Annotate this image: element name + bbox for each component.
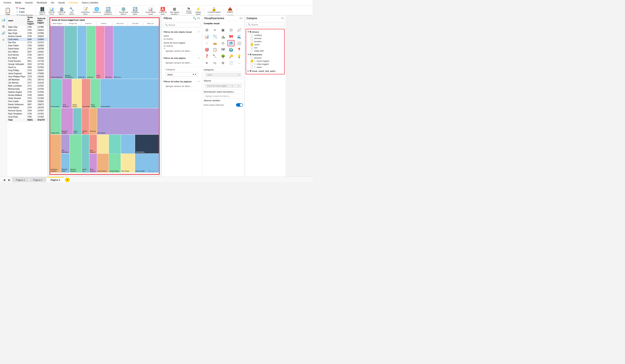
categoria-field-tag[interactable]: name ✕ [205, 73, 241, 77]
treemap-block[interactable]: Ryan Temp... [91, 79, 100, 108]
viz-paginated-icon[interactable]: 📄 [227, 60, 234, 66]
table-row[interactable]: Mark Lochbihler 2771 137922 [7, 84, 47, 88]
viz-map-icon[interactable]: 🗺 [219, 47, 226, 53]
campos-checkbox-name[interactable]: ✓ [251, 43, 253, 46]
viz-line-icon[interactable]: 📉 [211, 33, 219, 40]
table-row[interactable]: Greg Phillips 2723 138407 [7, 69, 47, 72]
treemap-block[interactable]: Eric Mizell [97, 108, 159, 134]
viz-r-icon[interactable]: R [203, 60, 210, 66]
viz-card-icon[interactable]: ▣ [219, 27, 226, 33]
treemap-area[interactable]: Jamie Engess...George Vet...Frank Ro...A… [50, 22, 159, 173]
menu-archivo[interactable]: Archivo [1, 0, 13, 5]
viz-slicer-icon[interactable]: 🔪 [211, 53, 219, 60]
table-row[interactable]: Dave Patton 2750 136993 [7, 44, 47, 47]
report-view-icon[interactable]: 📊 [1, 17, 6, 22]
table-row[interactable]: Randy Gelhausen 2697 136673 [7, 103, 47, 106]
table-row[interactable]: Eric Mizell 2701 135992 [7, 57, 47, 60]
table-row[interactable]: David Kaiser 2745 138788 [7, 47, 47, 50]
filter-add-page-btn[interactable]: Agregar campos de datos ... [164, 61, 200, 65]
treemap-block[interactable]: Goldhara Saldahe [50, 135, 61, 173]
table-row[interactable]: Grant Liu 2654 137834 [7, 66, 47, 69]
viz-gauge-icon[interactable]: 🎯 [203, 47, 210, 53]
viz-py-icon[interactable]: Py [211, 60, 219, 66]
menu-ayuda[interactable]: Ayuda [56, 0, 67, 5]
treemap-block[interactable]: Tom McCuch [62, 79, 72, 108]
treemap-block[interactable]: Teddy Choi [50, 108, 61, 134]
nuevo-visual-button[interactable]: 📊 Nuevo objetovisual [144, 7, 157, 16]
treemap-block[interactable]: Adis Cesir [96, 26, 105, 79]
treemap-block[interactable]: Dan Rice [105, 26, 113, 79]
viz-donut-icon[interactable]: ⊙ [219, 40, 226, 46]
table-view-icon[interactable]: ⊞ [1, 24, 5, 29]
treemap-block[interactable]: Rommel... [89, 108, 97, 134]
table-row[interactable]: Jamie Engesser 3642 179300 [7, 72, 47, 75]
treemap-block[interactable]: Emil Siemes [89, 153, 97, 173]
valores-remove-icon[interactable]: ✕ [238, 85, 240, 87]
treemap-block[interactable]: Nicolas Maillard [70, 135, 82, 173]
filters-search-box[interactable]: 🔍 [163, 23, 200, 27]
cut-button[interactable]: ✂️Cortar [15, 7, 34, 10]
filter-add-all-btn[interactable]: Agregar campos de datos ... [164, 84, 200, 89]
viz-matrix-icon[interactable]: ≡ [211, 27, 219, 33]
filter-visual-icon[interactable]: ▽ [149, 170, 151, 173]
table-row[interactable]: Scott Shaw 2760 137464 [7, 115, 47, 119]
sql-button[interactable]: 🔧 SQLServer [67, 7, 76, 16]
viz-more-icon[interactable]: ··· [236, 60, 243, 66]
treemap-block[interactable]: Dave Patton [97, 153, 109, 173]
viz-multicard-icon[interactable]: ⊡ [227, 27, 234, 33]
treemap-block[interactable]: Frank Ro... [77, 26, 87, 79]
treemap-block[interactable]: Olivier R... [82, 108, 89, 134]
page-tab-2[interactable]: Página 2 [29, 177, 46, 182]
more-visual-icon[interactable]: ··· [156, 170, 158, 173]
mas-visuales-button[interactable]: ⊞ Más objetosvisuales ▾ [169, 7, 181, 16]
cuadro-texto-button[interactable]: 🅰️ Cuadro detexto [157, 7, 168, 16]
campos-item-certified[interactable]: certified [246, 34, 284, 37]
centro-datos-button[interactable]: 🏛️ Centro dedatos ▾ [57, 7, 67, 16]
viz-area-icon[interactable]: ⛰️ [219, 33, 226, 40]
viz-filled-map-icon[interactable]: 🌍 [227, 47, 234, 53]
table-row[interactable]: Don Hilborn 2647 134461 [7, 50, 47, 54]
campos-checkbox-driverId[interactable] [251, 37, 253, 39]
filter-page-dots[interactable]: ⋯ [197, 57, 200, 60]
especificar-button[interactable]: 📝 Especificardatos [80, 7, 91, 16]
viz-table-icon[interactable]: ⊞ [203, 27, 210, 33]
paste-button[interactable]: 📋 Pegar [3, 7, 12, 16]
viz-bar-icon[interactable]: 📊 [203, 33, 210, 40]
table-row[interactable]: Chris Harris 2644 134564 [7, 38, 47, 41]
table-row[interactable]: George Vetticaden 3232 147150 [7, 63, 47, 66]
campos-checkbox-miles-logged[interactable] [251, 63, 253, 65]
table-row[interactable]: Rohit Bakshi 2734 136750 [7, 106, 47, 109]
menu-ver[interactable]: Ver [49, 0, 56, 5]
viz-custom-icon[interactable]: ⊕ [219, 60, 226, 66]
campos-item-wage-plan[interactable]: wage-plan [246, 49, 284, 52]
table-row[interactable]: Jean-Philippe Playe 2723 139180 [7, 75, 47, 78]
origenes-button[interactable]: 🔄 Orígenesrecientes ▾ [103, 7, 113, 16]
campos-expand-icon[interactable]: >> [281, 17, 284, 20]
campos-item-week[interactable]: Σweek [246, 66, 284, 69]
table-row[interactable]: Dan Rice 2773 137473 [7, 41, 47, 44]
treemap-block[interactable]: Don Hilborn [89, 135, 97, 154]
table-row[interactable]: Andrew Grande 2795 138025 [7, 35, 47, 38]
campos-checkbox-wage-plan[interactable] [251, 50, 253, 52]
nueva-medida-button[interactable]: fx Nuevamedida [185, 7, 193, 15]
viz-scatter-icon[interactable]: ⁘ [203, 40, 210, 46]
viz-qna-icon[interactable]: ❓ [203, 53, 210, 60]
viz-pie-icon[interactable]: 🥧 [211, 40, 219, 46]
table-row[interactable]: Michael Aube 2730 137530 [7, 88, 47, 91]
viz-decomp-icon[interactable]: 🌳 [219, 53, 226, 60]
viz-kpi-icon[interactable]: 📈 [236, 27, 243, 33]
table-row[interactable]: Adis Cesir 2781 136624 [7, 29, 47, 32]
filter-category-value[interactable]: name ▾ ✕ [165, 72, 198, 77]
add-page-button[interactable]: + [65, 178, 70, 182]
dataverse-button[interactable]: 🌐 Dataverse [92, 7, 102, 14]
treemap-block[interactable]: George Vetticaden [64, 26, 77, 79]
treemap-container[interactable]: Suma de hours-logged por name Jamie Enge… [50, 17, 159, 175]
treemap-block[interactable]: Jamie Engesser [50, 26, 64, 79]
copy-button[interactable]: 📄Copia [15, 10, 34, 13]
viz-azure-map-icon[interactable]: 📍 [236, 47, 243, 53]
campos-item-hours-logged[interactable]: ✓Σhours-logged [246, 60, 284, 62]
table-row[interactable]: Nadeem Asghar 2733 137550 [7, 91, 47, 94]
viz-treemap-icon active[interactable]: 🗺️ [227, 40, 234, 46]
campos-group-header-truck_event_text_parti...[interactable]: ▸ ⊞ truck_event_text_parti... [246, 69, 284, 73]
menu-formato[interactable]: Formato [67, 0, 80, 5]
